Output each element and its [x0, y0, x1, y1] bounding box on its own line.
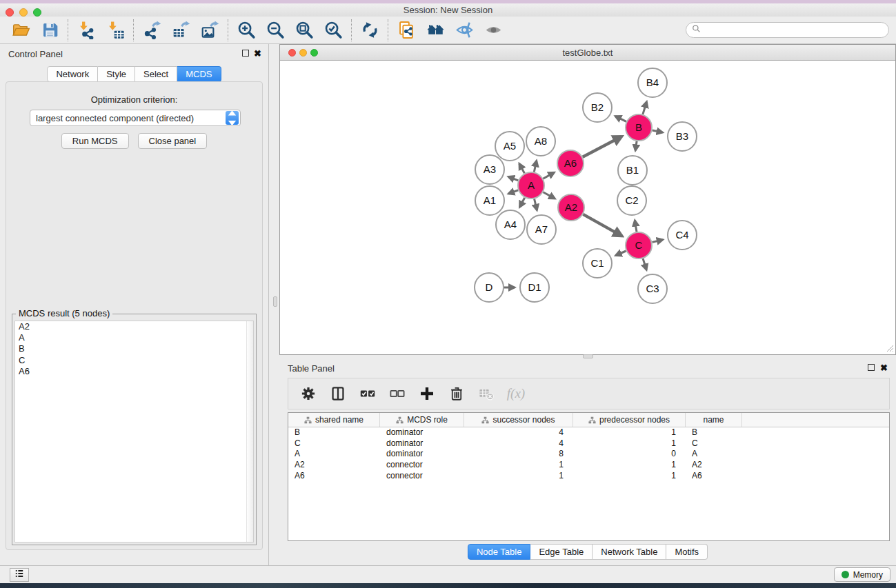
table-cell[interactable]: 8 [464, 449, 573, 460]
table-cell[interactable]: C [288, 438, 380, 449]
graph-node-A7[interactable]: A7 [527, 215, 556, 244]
column-header-successor-nodes[interactable]: successor nodes [464, 413, 573, 427]
table-cell[interactable]: A [686, 449, 742, 460]
graph-edge-A-A6[interactable] [543, 172, 554, 179]
run-mcds-button[interactable]: Run MCDS [61, 133, 129, 149]
tab-node-table[interactable]: Node Table [468, 544, 531, 560]
graph-node-C[interactable]: C [626, 232, 652, 258]
tab-select[interactable]: Select [135, 66, 177, 82]
export-network-icon[interactable] [141, 20, 162, 41]
table-cell[interactable]: 1 [573, 438, 686, 449]
criterion-select[interactable]: largest connected component (directed) [30, 110, 241, 126]
graph-node-C2[interactable]: C2 [617, 186, 646, 215]
graph-node-B4[interactable]: B4 [638, 68, 667, 97]
graph-node-D1[interactable]: D1 [520, 273, 549, 302]
table-row[interactable]: A6connector11A6 [288, 471, 889, 482]
mcds-result-item[interactable]: B [15, 343, 253, 354]
table-cell[interactable]: 0 [573, 449, 686, 460]
table-cell[interactable]: 4 [464, 427, 573, 438]
table-cell[interactable]: dominator [380, 449, 464, 460]
tab-network-table[interactable]: Network Table [593, 544, 666, 560]
tab-mcds[interactable]: MCDS [177, 66, 221, 82]
main-titlebar[interactable]: Session: New Session [0, 3, 896, 17]
graph-node-A4[interactable]: A4 [496, 210, 525, 239]
graph-edge-B-B2[interactable] [615, 116, 626, 122]
mcds-result-item[interactable]: A2 [15, 321, 253, 332]
mcds-result-item[interactable]: A6 [15, 366, 253, 377]
column-header-predecessor-nodes[interactable]: predecessor nodes [573, 413, 686, 427]
table-close-panel-icon[interactable]: ✖ [880, 363, 888, 373]
column-header-name[interactable]: name [686, 413, 742, 427]
table-cell[interactable]: dominator [380, 438, 464, 449]
table-cell[interactable]: dominator [380, 427, 464, 438]
graph-edge-A-A5[interactable] [519, 164, 525, 174]
graph-node-A2[interactable]: A2 [558, 194, 584, 221]
graph-edge-C-C1[interactable] [616, 251, 626, 256]
graph-edge-A-A2[interactable] [544, 192, 555, 199]
table-cell[interactable]: 1 [464, 471, 573, 482]
graph-node-A6[interactable]: A6 [557, 150, 584, 176]
graph-node-C1[interactable]: C1 [583, 249, 612, 278]
table-cell[interactable]: A6 [288, 471, 380, 482]
graph-node-B[interactable]: B [626, 114, 652, 141]
graph-edge-A-A4[interactable] [520, 198, 525, 207]
columns-icon[interactable] [328, 383, 348, 404]
column-header-MCDS-role[interactable]: MCDS role [380, 413, 464, 427]
export-table-icon[interactable] [170, 20, 191, 41]
table-cell[interactable]: B [288, 427, 380, 438]
table-cell[interactable]: A2 [686, 460, 742, 471]
graph-node-D[interactable]: D [475, 273, 504, 302]
table-cell[interactable]: A6 [686, 471, 742, 482]
network-canvas[interactable]: AA1A2A3A4A5A6A7A8BB1B2B3B4CC1C2C3C4DD1 [280, 61, 895, 354]
graph-edge-A-A7[interactable] [535, 199, 537, 210]
settings-icon[interactable] [298, 383, 319, 404]
search-field[interactable] [686, 22, 889, 38]
graph-edge-B-B1[interactable] [635, 141, 637, 151]
table-cell[interactable]: A2 [288, 460, 380, 471]
tab-style[interactable]: Style [98, 66, 135, 82]
table-cell[interactable]: 1 [464, 460, 573, 471]
float-panel-icon[interactable] [242, 50, 249, 57]
table-row[interactable]: Adominator80A [288, 449, 889, 460]
table-cell[interactable]: C [686, 438, 742, 449]
add-row-icon[interactable] [417, 383, 437, 404]
graph-edge-A-A3[interactable] [508, 176, 518, 180]
import-table-icon[interactable] [105, 20, 126, 41]
clone-network-icon[interactable] [396, 20, 417, 41]
open-session-icon[interactable] [10, 20, 31, 41]
table-cell[interactable]: connector [380, 471, 464, 482]
table-cell[interactable]: B [686, 427, 742, 438]
graph-node-A[interactable]: A [518, 172, 544, 199]
graph-node-B3[interactable]: B3 [668, 122, 697, 151]
graph-edge-C-C3[interactable] [643, 258, 646, 270]
task-history-button[interactable] [10, 568, 29, 582]
table-row[interactable]: Bdominator41B [288, 427, 889, 438]
refresh-network-icon[interactable] [359, 20, 380, 41]
search-input[interactable] [701, 25, 888, 35]
table-cell[interactable]: connector [380, 460, 464, 471]
home-view-icon[interactable] [425, 20, 446, 41]
vertical-splitter-handle[interactable] [273, 296, 277, 307]
graph-node-A5[interactable]: A5 [495, 132, 524, 161]
zoom-selected-icon[interactable] [323, 20, 344, 41]
delete-row-icon[interactable] [446, 383, 467, 404]
table-cell[interactable]: A [288, 449, 380, 460]
close-panel-icon[interactable]: ✖ [254, 48, 261, 59]
table-cell[interactable]: 1 [573, 427, 686, 438]
tab-motifs[interactable]: Motifs [666, 544, 708, 560]
graph-edge-A6-B[interactable] [583, 136, 622, 157]
table-row[interactable]: A2connector11A2 [288, 460, 889, 471]
graph-edge-B-B3[interactable] [653, 130, 663, 132]
graph-edge-B-B4[interactable] [643, 102, 647, 114]
graph-edge-C-C2[interactable] [635, 221, 637, 232]
deselect-all-icon[interactable] [387, 383, 408, 404]
mcds-result-item[interactable]: C [15, 355, 253, 366]
hide-graphics-details-icon[interactable] [454, 20, 475, 41]
tab-network[interactable]: Network [47, 66, 98, 82]
resize-grip[interactable] [885, 343, 894, 352]
mcds-result-item[interactable]: A [15, 332, 253, 343]
graph-node-B1[interactable]: B1 [618, 156, 647, 185]
zoom-in-icon[interactable] [236, 20, 257, 41]
graph-node-A3[interactable]: A3 [475, 155, 504, 184]
network-window-titlebar[interactable]: testGlobe.txt [280, 45, 895, 61]
